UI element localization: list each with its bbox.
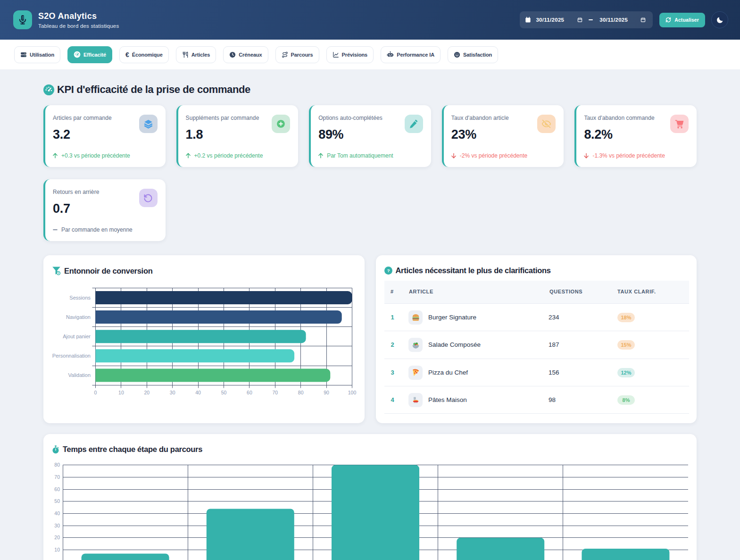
svg-text:Ajout panier: Ajout panier <box>63 334 91 339</box>
svg-text:30: 30 <box>54 523 60 528</box>
svg-text:20: 20 <box>54 535 60 540</box>
svg-text:40: 40 <box>195 390 201 395</box>
svg-text:30: 30 <box>170 390 175 395</box>
svg-text:70: 70 <box>272 390 278 395</box>
svg-text:80: 80 <box>54 462 60 468</box>
svg-text:40: 40 <box>54 510 60 516</box>
svg-text:20: 20 <box>144 390 150 395</box>
svg-text:Navigation: Navigation <box>66 314 91 320</box>
svg-text:Personnalisation: Personnalisation <box>52 353 91 359</box>
svg-text:50: 50 <box>221 390 227 395</box>
svg-text:90: 90 <box>324 390 329 395</box>
svg-text:50: 50 <box>54 498 60 504</box>
svg-text:60: 60 <box>54 486 60 492</box>
svg-text:Validation: Validation <box>68 372 91 378</box>
svg-text:70: 70 <box>54 474 60 480</box>
svg-text:?: ? <box>387 268 390 273</box>
svg-text:10: 10 <box>118 390 124 395</box>
svg-text:0: 0 <box>94 390 97 395</box>
svg-text:Sessions: Sessions <box>69 295 91 301</box>
svg-text:10: 10 <box>54 547 60 552</box>
svg-text:80: 80 <box>298 390 304 395</box>
svg-text:100: 100 <box>348 390 357 395</box>
svg-text:60: 60 <box>247 390 252 395</box>
